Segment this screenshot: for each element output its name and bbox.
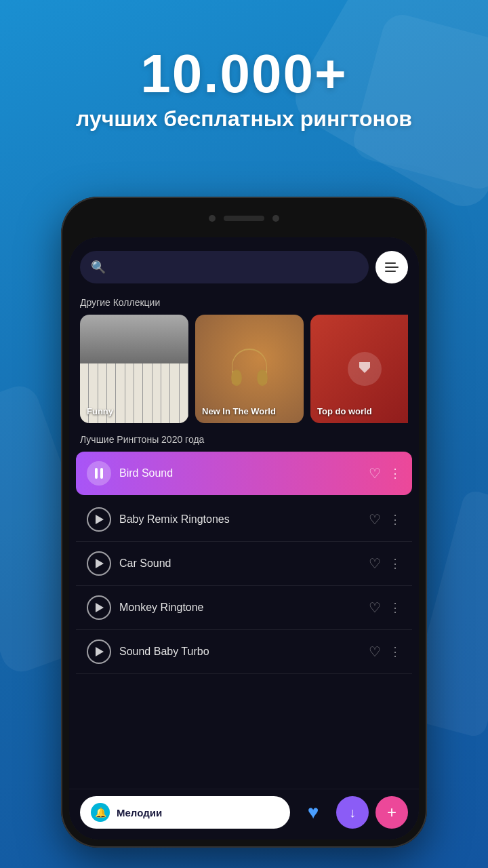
more-options-icon-car-sound[interactable]: ⋮ <box>389 556 401 571</box>
header-subtitle: лучших бесплатных рингтонов <box>76 105 412 134</box>
collection-label-funny: Funny <box>87 406 113 416</box>
phone-body: 🔍 Другие Коллекции <box>61 197 427 848</box>
favorite-icon-bird-sound[interactable]: ♡ <box>369 465 381 481</box>
pause-icon <box>95 468 103 479</box>
ringtone-item-active[interactable]: Bird Sound ♡ ⋮ <box>76 452 412 495</box>
ringtones-section: Лучшие Рингтоны 2020 года Bird Sound ♡ <box>69 427 419 789</box>
menu-line-1 <box>385 262 396 264</box>
collections-title: Другие Коллекции <box>80 297 408 308</box>
pause-button-active[interactable] <box>87 461 111 486</box>
more-options-icon-monkey[interactable]: ⋮ <box>389 600 401 615</box>
search-input[interactable] <box>111 251 358 283</box>
download-button[interactable]: ↓ <box>336 796 369 829</box>
favorite-icon-car-sound[interactable]: ♡ <box>369 555 381 572</box>
svg-point-0 <box>231 370 242 386</box>
background: 10.000+ лучших бесплатных рингтонов <box>0 0 488 868</box>
melodies-tab[interactable]: 🔔 Мелодии <box>80 796 290 829</box>
hamburger-icon <box>385 262 399 272</box>
pause-bar-2 <box>100 468 103 479</box>
more-options-icon-bird-sound[interactable]: ⋮ <box>389 466 401 481</box>
collection-label-new: New In The World <box>202 406 276 416</box>
pause-bar-1 <box>95 468 98 479</box>
header-number: 10.000+ <box>140 43 347 105</box>
menu-line-3 <box>385 271 396 272</box>
play-button-sound-baby-turbo[interactable] <box>87 639 111 664</box>
collection-card-top[interactable]: Top do world <box>310 315 408 423</box>
headphone-svg-icon <box>222 342 277 396</box>
play-button-monkey[interactable] <box>87 595 111 620</box>
add-icon: + <box>387 803 396 822</box>
header-section: 10.000+ лучших бесплатных рингтонов <box>0 0 488 176</box>
notch-speaker <box>224 216 264 221</box>
heart-nav-icon: ♥ <box>308 802 319 823</box>
download-icon: ↓ <box>349 805 356 821</box>
menu-button[interactable] <box>375 251 408 283</box>
play-button-car-sound[interactable] <box>87 551 111 576</box>
play-triangle-icon <box>96 515 104 524</box>
search-bar[interactable]: 🔍 <box>80 251 369 283</box>
phone-mockup: 🔍 Другие Коллекции <box>61 197 427 848</box>
favorite-icon-monkey[interactable]: ♡ <box>369 599 381 616</box>
ringtone-item-car-sound[interactable]: Car Sound ♡ ⋮ <box>76 542 412 586</box>
ringtone-name-baby-remix: Baby Remix Ringtones <box>119 513 361 526</box>
ringtone-item-baby-remix[interactable]: Baby Remix Ringtones ♡ ⋮ <box>76 498 412 542</box>
notch-sensor <box>272 215 279 222</box>
notch-camera <box>209 215 216 222</box>
more-options-icon-sound-baby-turbo[interactable]: ⋮ <box>389 644 401 659</box>
collection-card-new[interactable]: New In The World <box>195 315 304 423</box>
play-button-baby-remix[interactable] <box>87 507 111 532</box>
favorite-icon-baby-remix[interactable]: ♡ <box>369 511 381 528</box>
collection-card-funny[interactable]: Funny <box>80 315 188 423</box>
play-triangle-icon-4 <box>96 647 104 656</box>
search-icon: 🔍 <box>91 260 106 275</box>
collection-label-top: Top do world <box>317 406 372 416</box>
favorites-button[interactable]: ♥ <box>297 796 329 829</box>
more-options-icon-baby-remix[interactable]: ⋮ <box>389 512 401 527</box>
bell-icon: 🔔 <box>91 803 110 822</box>
play-triangle-icon-2 <box>96 559 104 568</box>
favorite-icon-sound-baby-turbo[interactable]: ♡ <box>369 644 381 660</box>
phone-screen: 🔍 Другие Коллекции <box>69 237 419 840</box>
top-visual-icon <box>344 349 385 389</box>
svg-point-1 <box>257 370 268 386</box>
collections-scroll[interactable]: Funny <box>80 315 408 423</box>
bottom-navigation: 🔔 Мелодии ♥ ↓ + <box>69 789 419 840</box>
app-content: 🔍 Другие Коллекции <box>69 237 419 840</box>
play-triangle-icon-3 <box>96 603 104 612</box>
collections-section: Другие Коллекции <box>69 292 419 427</box>
add-button[interactable]: + <box>375 796 408 829</box>
ringtone-item-monkey[interactable]: Monkey Ringtone ♡ ⋮ <box>76 586 412 630</box>
ringtone-item-sound-baby-turbo[interactable]: Sound Baby Turbo ♡ ⋮ <box>76 630 412 674</box>
phone-notch <box>176 209 312 228</box>
menu-line-2 <box>385 267 399 268</box>
ringtone-name-car-sound: Car Sound <box>119 557 361 570</box>
ringtone-name-sound-baby-turbo: Sound Baby Turbo <box>119 646 361 658</box>
melodies-label: Мелодии <box>117 807 162 818</box>
ringtone-name-monkey: Monkey Ringtone <box>119 601 361 614</box>
search-area: 🔍 <box>69 237 419 292</box>
ringtones-title: Лучшие Рингтоны 2020 года <box>69 427 419 449</box>
ringtone-name-bird-sound: Bird Sound <box>119 467 361 479</box>
